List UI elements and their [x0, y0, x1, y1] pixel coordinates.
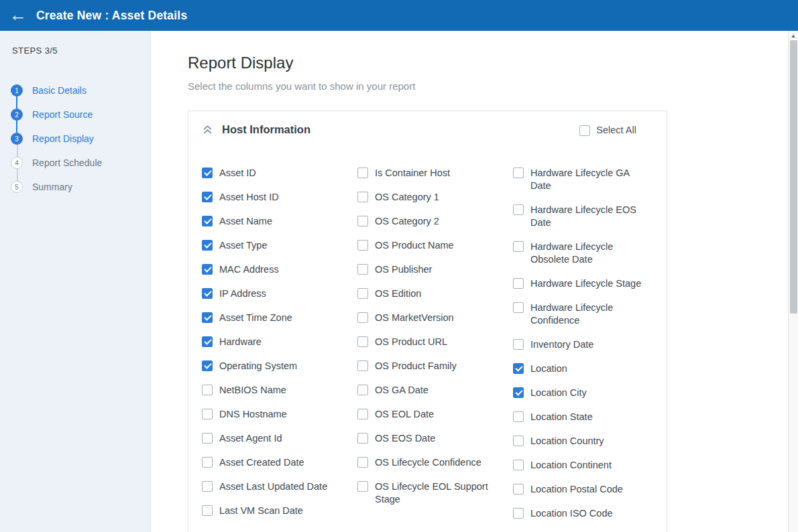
checkbox-item-operating-system[interactable]: Operating System [202, 360, 357, 373]
checkbox-unchecked[interactable] [513, 204, 524, 215]
checkbox-item-os-product-family[interactable]: OS Product Family [357, 360, 513, 373]
checkbox-item-os-product-name[interactable]: OS Product Name [357, 239, 513, 252]
checkbox-label: OS Product Name [375, 239, 454, 252]
checkbox-unchecked[interactable] [513, 302, 524, 313]
checkbox-unchecked[interactable] [357, 216, 368, 226]
checkbox-unchecked[interactable] [513, 168, 524, 178]
checkbox-label: Asset Created Date [219, 456, 304, 469]
checkbox-item-hardware-lifecycle-obsolete-date[interactable]: Hardware Lifecycle Obsolete Date [513, 241, 669, 266]
checkbox-item-location-iso-code[interactable]: Location ISO Code [513, 507, 669, 520]
checkbox-unchecked[interactable] [513, 484, 524, 494]
sidebar-step-report-display[interactable]: 3Report Display [11, 127, 139, 151]
checkbox-unchecked[interactable] [357, 336, 368, 347]
checkbox-unchecked[interactable] [579, 125, 590, 136]
checkbox-unchecked[interactable] [513, 278, 524, 289]
checkbox-unchecked[interactable] [357, 433, 368, 444]
checkbox-item-asset-agent-id[interactable]: Asset Agent Id [202, 432, 357, 445]
checkbox-unchecked[interactable] [202, 505, 213, 516]
checkbox-item-asset-id[interactable]: Asset ID [202, 167, 357, 180]
checkbox-item-hardware-lifecycle-confidence[interactable]: Hardware Lifecycle Confidence [513, 302, 669, 327]
checkbox-label: OS Lifecycle Confidence [375, 456, 481, 469]
checkbox-unchecked[interactable] [513, 241, 524, 252]
checkbox-checked[interactable] [202, 360, 213, 371]
sidebar-step-summary[interactable]: 5Summary [11, 175, 139, 199]
checkbox-item-dns-hostname[interactable]: DNS Hostname [202, 408, 357, 421]
checkbox-item-os-marketversion[interactable]: OS MarketVersion [357, 312, 513, 324]
checkbox-item-location-country[interactable]: Location Country [513, 435, 669, 448]
checkbox-item-os-lifecycle-eol-support-stage[interactable]: OS Lifecycle EOL Support Stage [357, 480, 513, 506]
checkbox-item-os-eol-date[interactable]: OS EOL Date [357, 408, 513, 421]
sidebar-step-report-schedule[interactable]: 4Report Schedule [11, 151, 139, 175]
checkbox-unchecked[interactable] [202, 481, 213, 492]
checkbox-checked[interactable] [202, 240, 213, 251]
checkbox-checked[interactable] [202, 312, 213, 323]
checkbox-unchecked[interactable] [357, 312, 368, 323]
checkbox-unchecked[interactable] [357, 409, 368, 419]
checkbox-checked[interactable] [202, 336, 213, 347]
checkbox-checked[interactable] [513, 387, 524, 398]
scrollbar[interactable]: ▲ [788, 31, 798, 532]
checkbox-checked[interactable] [202, 216, 213, 226]
checkbox-item-hardware-lifecycle-ga-date[interactable]: Hardware Lifecycle GA Date [513, 167, 669, 192]
checkbox-item-location-city[interactable]: Location City [513, 387, 669, 399]
checkbox-item-asset-created-date[interactable]: Asset Created Date [202, 456, 357, 469]
checkbox-unchecked[interactable] [202, 433, 213, 444]
checkbox-unchecked[interactable] [357, 385, 368, 395]
checkbox-item-os-publisher[interactable]: OS Publisher [357, 263, 513, 276]
checkbox-checked[interactable] [513, 363, 524, 374]
checkbox-item-location-continent[interactable]: Location Continent [513, 459, 669, 472]
checkbox-unchecked[interactable] [202, 385, 213, 395]
checkbox-checked[interactable] [202, 288, 213, 299]
checkbox-item-os-eos-date[interactable]: OS EOS Date [357, 432, 513, 445]
checkbox-item-netbios-name[interactable]: NetBIOS Name [202, 384, 357, 397]
checkbox-item-os-edition[interactable]: OS Edition [357, 287, 513, 300]
sidebar-step-report-source[interactable]: 2Report Source [11, 103, 139, 127]
checkbox-item-asset-name[interactable]: Asset Name [202, 215, 357, 228]
checkbox-item-location[interactable]: Location [513, 362, 669, 375]
checkbox-unchecked[interactable] [357, 264, 368, 275]
checkbox-item-inventory-date[interactable]: Inventory Date [513, 338, 669, 351]
scrollbar-thumb[interactable] [790, 40, 797, 314]
checkbox-item-ip-address[interactable]: IP Address [202, 287, 357, 300]
checkbox-unchecked[interactable] [357, 481, 368, 492]
checkbox-item-last-vm-scan-date[interactable]: Last VM Scan Date [202, 505, 357, 517]
scroll-up-arrow-icon[interactable]: ▲ [789, 31, 798, 40]
checkbox-item-os-product-url[interactable]: OS Product URL [357, 336, 513, 348]
checkbox-unchecked[interactable] [357, 168, 368, 178]
checkbox-item-os-lifecycle-confidence[interactable]: OS Lifecycle Confidence [357, 456, 513, 469]
step-label: Basic Details [32, 85, 87, 96]
checkbox-unchecked[interactable] [357, 457, 368, 468]
checkbox-unchecked[interactable] [513, 436, 524, 446]
back-arrow-icon[interactable]: ← [9, 6, 27, 23]
checkbox-unchecked[interactable] [513, 508, 524, 519]
checkbox-item-hardware-lifecycle-stage[interactable]: Hardware Lifecycle Stage [513, 277, 669, 290]
checkbox-unchecked[interactable] [357, 240, 368, 251]
checkbox-checked[interactable] [202, 192, 213, 202]
sidebar-step-basic-details[interactable]: 1Basic Details [11, 78, 139, 103]
checkbox-unchecked[interactable] [202, 409, 213, 419]
checkbox-unchecked[interactable] [202, 457, 213, 468]
checkbox-unchecked[interactable] [357, 288, 368, 299]
checkbox-checked[interactable] [202, 168, 213, 178]
checkbox-item-hardware-lifecycle-eos-date[interactable]: Hardware Lifecycle EOS Date [513, 204, 669, 229]
checkbox-item-os-ga-date[interactable]: OS GA Date [357, 384, 513, 397]
checkbox-unchecked[interactable] [513, 339, 524, 350]
checkbox-item-asset-host-id[interactable]: Asset Host ID [202, 191, 357, 204]
checkbox-item-asset-type[interactable]: Asset Type [202, 239, 357, 252]
checkbox-unchecked[interactable] [513, 411, 524, 422]
checkbox-item-location-postal-code[interactable]: Location Postal Code [513, 483, 669, 496]
checkbox-unchecked[interactable] [357, 360, 368, 371]
checkbox-checked[interactable] [202, 264, 213, 275]
checkbox-item-os-category-1[interactable]: OS Category 1 [357, 191, 513, 204]
checkbox-item-is-container-host[interactable]: Is Container Host [357, 167, 513, 180]
checkbox-item-asset-time-zone[interactable]: Asset Time Zone [202, 312, 357, 324]
checkbox-item-asset-last-updated-date[interactable]: Asset Last Updated Date [202, 480, 357, 493]
checkbox-item-mac-address[interactable]: MAC Address [202, 263, 357, 276]
checkbox-unchecked[interactable] [357, 192, 368, 202]
checkbox-item-location-state[interactable]: Location State [513, 411, 669, 423]
checkbox-unchecked[interactable] [513, 460, 524, 470]
select-all-checkbox[interactable]: Select All [579, 125, 636, 135]
checkbox-item-hardware[interactable]: Hardware [202, 336, 357, 348]
collapse-double-chevron-up-icon[interactable] [202, 124, 213, 135]
checkbox-item-os-category-2[interactable]: OS Category 2 [357, 215, 513, 228]
